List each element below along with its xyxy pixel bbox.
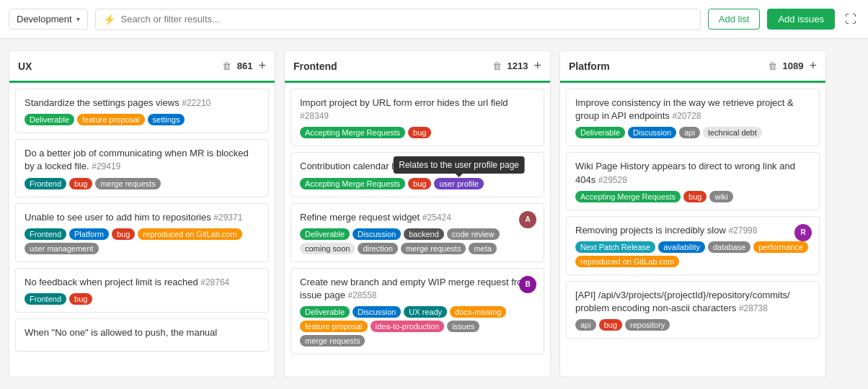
tag[interactable]: wiki xyxy=(709,191,732,202)
column-body: Import project by URL form error hides t… xyxy=(285,83,550,377)
card-id: #22210 xyxy=(182,98,211,108)
trash-icon[interactable]: 🗑 xyxy=(222,61,231,71)
card-tags: Accepting Merge Requestsbuguser profileR… xyxy=(300,178,535,189)
tag[interactable]: reproduced on GitLab.com xyxy=(138,228,242,240)
tag[interactable]: merge requests xyxy=(401,243,466,254)
tag[interactable]: Accepting Merge Requests xyxy=(300,178,405,189)
tag[interactable]: database xyxy=(708,241,750,253)
tag[interactable]: Next Patch Release xyxy=(575,241,655,253)
chevron-down-icon: ▾ xyxy=(76,15,80,23)
avatar: A xyxy=(519,211,536,228)
tag[interactable]: docs-missing xyxy=(450,306,506,318)
tag[interactable]: issues xyxy=(447,321,479,332)
card-id: #25424 xyxy=(422,213,451,223)
card-title[interactable]: Do a better job of communicating when MR… xyxy=(25,147,260,173)
tag[interactable]: reproduced on GitLab.com xyxy=(575,256,679,267)
board-dropdown[interactable]: Development ▾ xyxy=(9,9,88,30)
card-title[interactable]: Removing projects is incredibly slow #27… xyxy=(575,224,810,237)
tag[interactable]: Platform xyxy=(69,228,109,240)
tag[interactable]: Deliverable xyxy=(300,228,350,240)
card-title[interactable]: Standardize the settings pages views #22… xyxy=(25,97,260,109)
tag[interactable]: Accepting Merge Requests xyxy=(575,191,681,202)
card-title[interactable]: Improve consistency in the way we retrie… xyxy=(575,97,810,122)
tag[interactable]: backend xyxy=(404,228,444,240)
tag[interactable]: bug xyxy=(69,293,92,305)
search-input[interactable] xyxy=(121,14,693,24)
tag[interactable]: api xyxy=(679,127,700,138)
card-title[interactable]: When "No one" is allowed to push, the ma… xyxy=(25,326,260,339)
tag[interactable]: code review xyxy=(447,228,500,240)
card-title[interactable]: Unable to see user to add him to reposit… xyxy=(25,211,260,224)
card-title[interactable]: Wiki Page History appears to direct to w… xyxy=(575,160,810,186)
card: RRemoving projects is incredibly slow #2… xyxy=(566,216,820,275)
add-list-button[interactable]: Add list xyxy=(708,9,761,30)
tag[interactable]: direction xyxy=(358,243,398,254)
fullscreen-icon[interactable]: ⛶ xyxy=(842,10,859,29)
tag[interactable]: availability xyxy=(658,241,705,253)
tag[interactable]: Discussion xyxy=(628,127,676,138)
tag[interactable]: Deliverable xyxy=(25,114,74,125)
column-title: Platform xyxy=(569,61,762,72)
tag[interactable]: bug xyxy=(408,178,431,189)
tag[interactable]: feature proposal xyxy=(300,321,368,332)
tag[interactable]: Frontend xyxy=(25,228,66,240)
tag[interactable]: repository xyxy=(625,319,670,331)
tag[interactable]: idea-to-production xyxy=(371,321,445,332)
tag[interactable]: Discussion xyxy=(353,228,401,240)
tag[interactable]: merge requests xyxy=(95,178,160,189)
tag[interactable]: feature proposal xyxy=(77,114,145,125)
tag[interactable]: merge requests xyxy=(300,335,365,346)
card-tags: DeliverableDiscussionbackendcode reviewc… xyxy=(300,228,535,254)
card-tags: Accepting Merge Requestsbugwiki xyxy=(575,191,810,202)
card-title[interactable]: Create new branch and empty WIP merge re… xyxy=(300,276,535,302)
tag[interactable]: user profile xyxy=(434,178,483,189)
card-id: #28558 xyxy=(348,290,377,300)
avatar: R xyxy=(794,224,812,241)
tag[interactable]: coming soon xyxy=(300,243,355,254)
tag[interactable]: UX ready xyxy=(404,306,447,318)
card-tags: Frontendbug xyxy=(25,293,260,305)
add-card-icon[interactable]: + xyxy=(533,58,541,73)
tag[interactable]: bug xyxy=(683,191,707,202)
card-title[interactable]: Import project by URL form error hides t… xyxy=(300,97,535,122)
card-title[interactable]: No feedback when project limit is reache… xyxy=(25,276,260,289)
tag[interactable]: bug xyxy=(112,228,135,240)
tag[interactable]: technical debt xyxy=(703,127,762,138)
board-dropdown-label: Development xyxy=(17,14,72,24)
trash-icon[interactable]: 🗑 xyxy=(492,61,502,71)
card-id: #29371 xyxy=(213,213,242,223)
filter-icon: ⚡ xyxy=(103,14,115,25)
card-tags: Deliverablefeature proposalsettings xyxy=(25,114,260,125)
tag[interactable]: Deliverable xyxy=(300,306,350,318)
trash-icon[interactable]: 🗑 xyxy=(768,61,777,71)
card: Do a better job of communicating when MR… xyxy=(15,139,269,197)
tag[interactable]: Accepting Merge Requests xyxy=(300,127,405,138)
column-platform: Platform🗑1089+Improve consistency in the… xyxy=(559,50,826,377)
tag[interactable]: bug xyxy=(69,178,92,189)
card-tags: DeliverableDiscussionUX readydocs-missin… xyxy=(300,306,535,346)
tag[interactable]: Frontend xyxy=(25,293,66,305)
card-id: #20728 xyxy=(672,111,701,121)
tag[interactable]: performance xyxy=(753,241,808,253)
tag[interactable]: api xyxy=(575,319,596,331)
tag[interactable]: meta xyxy=(469,243,496,254)
add-issues-button[interactable]: Add issues xyxy=(767,9,835,30)
card-id: #29528 xyxy=(598,175,627,185)
card: Contribution calendar label is cut off #… xyxy=(291,152,544,197)
card-title[interactable]: [API] /api/v3/projects/{projectId}/repos… xyxy=(575,289,810,315)
card-title[interactable]: Contribution calendar label is cut off #… xyxy=(300,160,535,173)
tag[interactable]: user management xyxy=(25,243,99,254)
column-header-platform: Platform🗑1089+ xyxy=(560,51,825,83)
tag[interactable]: bug xyxy=(599,319,622,331)
tag[interactable]: Discussion xyxy=(353,306,401,318)
tag[interactable]: Deliverable xyxy=(575,127,625,138)
tag[interactable]: settings xyxy=(148,114,185,125)
board: UX🗑861+Standardize the settings pages vi… xyxy=(0,39,868,389)
card: Import project by URL form error hides t… xyxy=(291,89,544,146)
tag[interactable]: bug xyxy=(408,127,431,138)
card-tags: FrontendPlatformbugreproduced on GitLab.… xyxy=(25,228,260,254)
add-card-icon[interactable]: + xyxy=(258,58,266,73)
tag[interactable]: Frontend xyxy=(25,178,66,189)
add-card-icon[interactable]: + xyxy=(809,58,817,73)
card-title[interactable]: Refine merge request widget #25424 xyxy=(300,211,535,224)
